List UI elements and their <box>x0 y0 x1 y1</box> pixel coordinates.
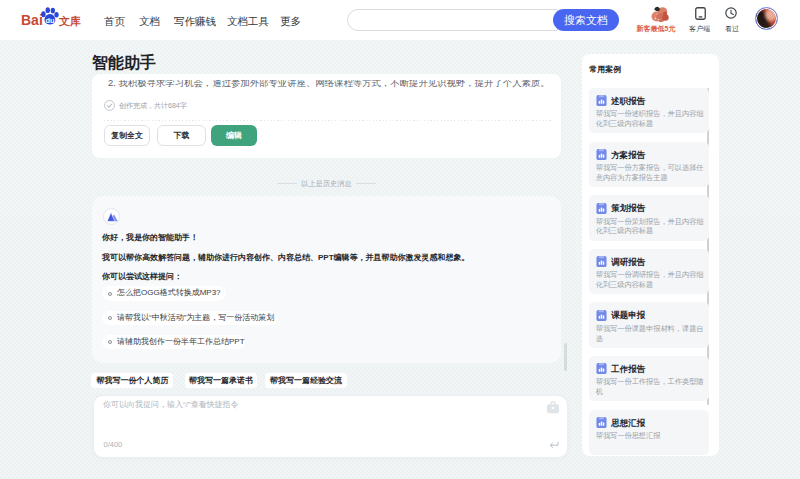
svg-text:du: du <box>45 16 55 25</box>
